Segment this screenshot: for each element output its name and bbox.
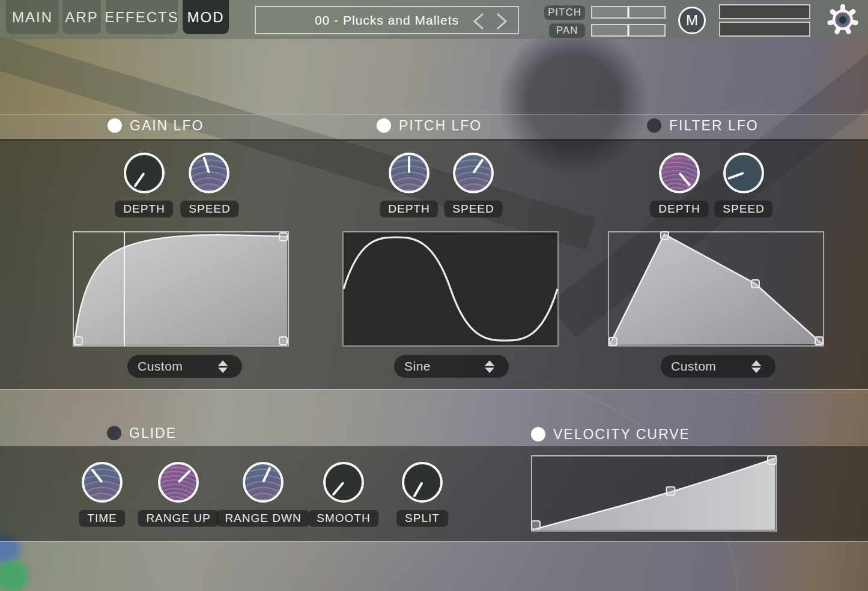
plugin-window: MAIN ARP EFFECTS MOD 00 - Plucks and Mal… [0,0,868,591]
pitch-lfo-title: PITCH LFO [399,118,482,134]
knob-pointer [727,172,744,180]
glide-time-knob[interactable] [82,462,123,503]
glide-smooth-label: SMOOTH [308,510,378,527]
filter-wave-select[interactable]: Custom [661,355,775,378]
curve-handle[interactable] [609,338,617,345]
knob-pointer [262,467,271,483]
glide-range-up-knob[interactable] [158,462,199,503]
meter-bar-bottom [719,22,810,37]
velocity-curve-display[interactable] [531,455,777,532]
pan-label: PAN [549,23,585,38]
gain-speed-label: SPEED [180,201,238,217]
knob-pointer [472,159,484,174]
curve-handle[interactable] [279,337,287,345]
curve-handle[interactable] [279,233,287,241]
m-button[interactable]: M [678,7,706,34]
glide-range-dwn-knob[interactable] [243,462,284,503]
preset-selector[interactable]: 00 - Plucks and Mallets [255,6,519,34]
velocity-curve-header: VELOCITY CURVE [531,426,690,443]
glide-range-up-label: RANGE UP [138,510,219,527]
filter-wave-select-value: Custom [671,359,751,374]
filter-lfo-title: FILTER LFO [669,118,759,134]
curve-handle[interactable] [768,456,776,464]
glide-split-knob[interactable] [402,462,443,503]
gain-lfo-playhead [124,232,126,346]
select-arrows-icon [751,360,761,373]
knob-pointer [332,482,344,496]
gain-wave-select[interactable]: Custom [127,355,242,378]
tab-mod[interactable]: MOD [183,0,229,34]
glide-time-label: TIME [79,510,125,527]
gain-lfo-header: GAIN LFO [108,117,204,134]
pan-slider[interactable] [591,24,666,37]
pitch-depth-knob[interactable] [389,153,429,193]
knob-pointer [678,172,691,187]
knob-pointer [408,156,410,173]
glide-title: GLIDE [129,425,177,441]
tab-arp[interactable]: ARP [62,0,101,34]
filter-speed-knob[interactable] [723,153,764,193]
pitch-slider[interactable] [591,6,666,19]
glide-smooth-knob[interactable] [323,462,364,503]
curve-handle[interactable] [815,337,823,345]
select-arrows-icon [485,360,494,373]
gain-depth-knob[interactable] [124,153,165,193]
curve-handle[interactable] [666,487,675,496]
filter-lfo-header: FILTER LFO [647,117,759,134]
pitch-slider-handle[interactable] [628,7,630,17]
filter-speed-label: SPEED [714,201,772,217]
gain-depth-label: DEPTH [115,201,173,217]
gain-lfo-enable-toggle[interactable] [108,118,122,133]
pitch-label: PITCH [544,5,585,20]
preset-next-button[interactable] [494,12,509,31]
gain-lfo-title: GAIN LFO [130,118,204,134]
glide-header: GLIDE [107,425,177,441]
tab-effects[interactable]: EFFECTS [106,0,178,34]
knob-pointer [178,470,192,483]
pitch-lfo-waveform-display[interactable] [342,231,559,347]
pitch-wave-select[interactable]: Sine [394,355,509,378]
gain-speed-knob[interactable] [189,153,229,193]
pan-slider-handle[interactable] [628,25,630,35]
gain-lfo-waveform-display[interactable] [73,231,289,347]
knob-pointer [91,468,103,483]
knob-pointer [202,157,210,174]
tab-main[interactable]: MAIN [6,0,59,34]
preset-prev-button[interactable] [471,12,487,31]
filter-lfo-enable-toggle[interactable] [647,118,661,133]
curve-handle[interactable] [751,280,759,288]
filter-depth-knob[interactable] [659,153,700,193]
velocity-curve-enable-toggle[interactable] [531,427,545,441]
bottom-band [0,541,868,591]
glide-enable-toggle[interactable] [107,426,121,440]
pitch-speed-knob[interactable] [453,153,494,193]
pitch-wave-select-value: Sine [404,359,485,374]
pitch-lfo-enable-toggle[interactable] [377,118,391,133]
pitch-lfo-header: PITCH LFO [377,117,482,134]
gain-wave-select-value: Custom [138,359,218,374]
meter-bar-top [719,4,810,19]
preset-name: 00 - Plucks and Mallets [315,13,459,28]
settings-gear-icon[interactable] [827,4,859,36]
velocity-curve-title: VELOCITY CURVE [553,426,690,443]
curve-handle[interactable] [661,232,669,240]
select-arrows-icon [218,360,228,373]
curve-handle[interactable] [74,337,82,345]
filter-depth-label: DEPTH [650,201,708,217]
knob-pointer [133,172,145,187]
filter-lfo-waveform-display[interactable] [608,231,824,347]
curve-handle[interactable] [532,521,540,529]
pitch-depth-label: DEPTH [380,201,438,217]
glide-split-label: SPLIT [396,510,448,527]
pitch-speed-label: SPEED [444,201,502,217]
knob-pointer [413,482,423,497]
glide-range-dwn-label: RANGE DWN [216,510,309,527]
